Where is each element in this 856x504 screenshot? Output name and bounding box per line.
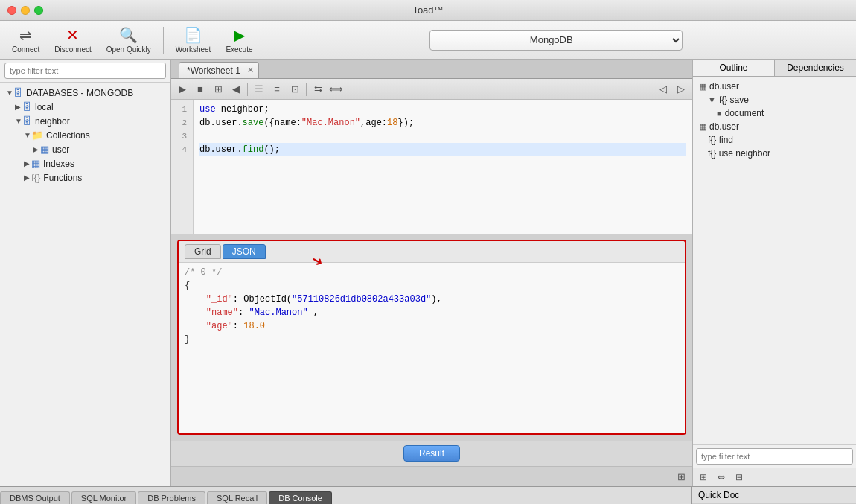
result-content: /* 0 */ { "_id": ObjectId("57110826d1db0… <box>179 263 685 433</box>
bottom-left: DBMS Output SQL Monitor DB Problems SQL … <box>0 487 692 504</box>
disconnect-button[interactable]: ✕ Disconnect <box>48 23 97 57</box>
collections-icon: 📁 <box>31 130 43 141</box>
grid-view-btn[interactable]: ☰ <box>251 81 267 98</box>
quick-doc-header: Quick Doc <box>692 487 856 504</box>
expand-result-btn[interactable]: ⊞ <box>673 468 689 485</box>
sidebar-item-neighbor[interactable]: ▼ 🗄 neighbor <box>0 114 170 128</box>
neighbor-icon: 🗄 <box>22 115 32 127</box>
result-button[interactable]: Result <box>403 445 460 462</box>
run-btn[interactable]: ▶ <box>174 81 191 98</box>
outline-tree: ▦ db.user ▼ f{} save ■ document ▦ db.use… <box>693 77 856 444</box>
indexes-icon: ▦ <box>31 158 40 169</box>
local-arrow: ▶ <box>15 103 22 111</box>
grid-tab[interactable]: Grid <box>185 244 221 259</box>
right-panel: Outline Dependencies ▦ db.user ▼ f{} sav… <box>692 60 856 486</box>
worksheet-button[interactable]: 📄 Worksheet <box>170 23 217 57</box>
bottom-tabs: DBMS Output SQL Monitor DB Problems SQL … <box>0 487 691 504</box>
disconnect-icon: ✕ <box>66 26 79 44</box>
neighbor-label: neighbor <box>35 116 70 127</box>
open-quickly-button[interactable]: 🔍 Open Quickly <box>100 23 157 57</box>
outline-label-document: document <box>725 108 764 118</box>
json-tab[interactable]: JSON <box>223 244 266 259</box>
outline-label-save: f{} save <box>719 95 749 105</box>
functions-label: Functions <box>43 173 82 183</box>
doc-icon: ■ <box>717 109 722 118</box>
connection-bar: MongoDB <box>262 30 850 51</box>
outline-item-db-user-2[interactable]: ▦ db.user <box>693 120 856 133</box>
neighbor-arrow: ▼ <box>15 117 22 125</box>
worksheet-tab-1[interactable]: *Worksheet 1 ✕ <box>179 62 259 78</box>
db-console-tab[interactable]: DB Console <box>269 491 332 504</box>
commit-btn[interactable]: ⊞ <box>210 81 226 98</box>
dependencies-tab[interactable]: Dependencies <box>775 60 856 76</box>
sidebar-filter-input[interactable] <box>4 63 166 79</box>
outline-item-find[interactable]: f{} find <box>693 133 856 147</box>
connect-label: Connect <box>12 45 39 54</box>
json-line-1: /* 0 */ <box>185 266 679 279</box>
outline-item-document[interactable]: ■ document <box>693 106 856 120</box>
indexes-arrow: ▶ <box>24 159 31 168</box>
sql-monitor-tab[interactable]: SQL Monitor <box>71 491 136 504</box>
outline-item-use-neighbor[interactable]: f{} use neighbor <box>693 147 856 160</box>
line-numbers: 1 2 3 4 <box>171 100 194 234</box>
wrap-btn[interactable]: ⇆ <box>310 81 326 98</box>
editor-toolbar: ▶ ■ ⊞ ◀ ☰ ≡ ⊡ ⇆ ⟺ ◁ ▷ <box>171 79 692 100</box>
code-content[interactable]: use neighbor; db.user.save({name:"Mac.Ma… <box>194 100 692 234</box>
dbms-output-tab[interactable]: DBMS Output <box>0 491 70 504</box>
main-layout: ▼ 🗄 DATABASES - MONGODB ▶ 🗄 local ▼ 🗄 ne… <box>0 60 856 486</box>
expand-btn[interactable]: ⊡ <box>287 81 303 98</box>
window-controls[interactable] <box>7 6 43 15</box>
window-title: Toad™ <box>412 4 443 16</box>
editor-sep-1 <box>247 83 248 96</box>
sidebar-item-local[interactable]: ▶ 🗄 local <box>0 100 170 114</box>
prev-btn[interactable]: ◀ <box>228 81 244 98</box>
main-toolbar: ⇌ Connect ✕ Disconnect 🔍 Open Quickly 📄 … <box>0 21 856 60</box>
quick-doc-panel: Quick Doc 🗄 Database neighbor ⚓ ⚙ <box>692 487 856 504</box>
db-problems-tab[interactable]: DB Problems <box>138 491 205 504</box>
code-editor[interactable]: 1 2 3 4 use neighbor; db.user.save({name… <box>171 100 692 234</box>
func-arrow-1: ▼ <box>708 95 716 104</box>
result-tabs: Grid JSON ➜ <box>179 241 685 263</box>
local-label: local <box>35 102 54 112</box>
outline-filter-input[interactable] <box>696 448 853 465</box>
outline-label-db-user-2: db.user <box>709 121 739 132</box>
outline-item-save[interactable]: ▼ f{} save <box>693 93 856 106</box>
user-arrow: ▶ <box>33 145 40 153</box>
databases-icon: 🗄 <box>13 87 23 98</box>
nav-next-btn[interactable]: ▷ <box>673 81 689 98</box>
link-outline-btn[interactable]: ⇔ <box>714 470 729 485</box>
databases-arrow: ▼ <box>6 89 13 97</box>
json-line-6: } <box>185 333 679 346</box>
databases-header[interactable]: ▼ 🗄 DATABASES - MONGODB <box>0 86 170 100</box>
close-button[interactable] <box>7 6 16 15</box>
connect-button[interactable]: ⇌ Connect <box>6 23 45 57</box>
nav-prev-btn[interactable]: ◁ <box>655 81 671 98</box>
execute-label: Execute <box>226 45 252 54</box>
worksheet-tab-label: *Worksheet 1 <box>187 66 240 76</box>
maximize-button[interactable] <box>34 6 43 15</box>
indexes-label: Indexes <box>43 159 74 169</box>
code-line-4: db.user.find(); <box>199 143 686 156</box>
outline-item-db-user-1[interactable]: ▦ db.user <box>693 80 856 93</box>
sidebar-item-user[interactable]: ▶ ▦ user <box>0 142 170 156</box>
stop-btn[interactable]: ■ <box>192 81 208 98</box>
list-view-btn[interactable]: ≡ <box>269 81 285 98</box>
editor-sep-2 <box>306 83 307 96</box>
outline-tab[interactable]: Outline <box>693 60 775 76</box>
sql-recall-tab[interactable]: SQL Recall <box>207 491 267 504</box>
right-panel-tabs: Outline Dependencies <box>693 60 856 77</box>
execute-button[interactable]: ▶ Execute <box>220 23 258 57</box>
user-icon: ▦ <box>40 144 49 155</box>
outline-filter-area <box>693 444 856 468</box>
sidebar-filter-area <box>0 60 170 83</box>
remove-outline-btn[interactable]: ⊟ <box>732 470 747 485</box>
sidebar-item-functions[interactable]: ▶ f{} Functions <box>0 170 170 185</box>
minimize-button[interactable] <box>21 6 30 15</box>
sidebar-item-indexes[interactable]: ▶ ▦ Indexes <box>0 156 170 170</box>
sidebar-item-collections[interactable]: ▼ 📁 Collections <box>0 128 170 142</box>
tab-close-icon[interactable]: ✕ <box>247 66 254 75</box>
format-btn[interactable]: ⟺ <box>328 81 344 98</box>
add-outline-btn[interactable]: ⊞ <box>696 470 711 485</box>
disconnect-label: Disconnect <box>54 45 91 54</box>
connection-select[interactable]: MongoDB <box>429 30 683 51</box>
